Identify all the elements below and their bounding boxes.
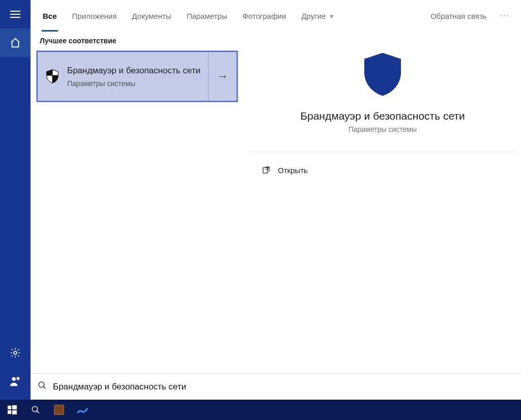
filter-tabs: Все Приложения Документы Параметры Фотог… bbox=[31, 0, 521, 32]
taskbar bbox=[0, 400, 521, 420]
result-subtitle: Параметры системы bbox=[67, 79, 203, 88]
taskbar-app-1[interactable] bbox=[48, 400, 70, 420]
results-pane: Лучшее соответствие bbox=[31, 32, 244, 373]
home-button[interactable] bbox=[0, 29, 31, 57]
svg-point-6 bbox=[39, 382, 44, 387]
account-button[interactable] bbox=[0, 367, 31, 396]
hamburger-icon bbox=[10, 11, 20, 18]
windows-icon bbox=[8, 405, 17, 414]
shield-icon bbox=[38, 69, 67, 84]
feedback-link[interactable]: Обратная связь bbox=[426, 12, 491, 20]
svg-point-0 bbox=[14, 351, 17, 354]
open-label: Открыть bbox=[278, 166, 308, 175]
home-icon bbox=[10, 37, 21, 48]
svg-rect-2 bbox=[17, 377, 20, 380]
best-match-label: Лучшее соответствие bbox=[31, 32, 244, 51]
start-left-bar bbox=[0, 0, 31, 400]
result-expand-button[interactable]: → bbox=[208, 52, 237, 101]
open-action[interactable]: Открыть bbox=[255, 161, 510, 179]
search-bar bbox=[31, 373, 521, 400]
search-icon bbox=[38, 381, 47, 393]
tab-all[interactable]: Все bbox=[38, 0, 62, 32]
person-icon bbox=[10, 376, 21, 387]
tab-apps[interactable]: Приложения bbox=[67, 0, 122, 32]
search-input[interactable] bbox=[53, 380, 514, 394]
svg-line-13 bbox=[37, 411, 39, 413]
chevron-down-icon: ▼ bbox=[329, 13, 334, 19]
result-item-firewall[interactable]: Брандмауэр и безопасность сети Параметры… bbox=[37, 51, 238, 102]
more-options-button[interactable]: ··· bbox=[496, 11, 514, 20]
svg-point-1 bbox=[12, 377, 16, 381]
start-button[interactable] bbox=[1, 400, 23, 420]
taskbar-app-2[interactable] bbox=[71, 400, 94, 420]
tab-photos[interactable]: Фотографии bbox=[238, 0, 292, 32]
svg-point-12 bbox=[32, 406, 38, 412]
settings-button[interactable] bbox=[0, 339, 31, 367]
tab-more-label: Другие bbox=[301, 12, 326, 20]
svg-line-7 bbox=[43, 386, 46, 389]
preview-pane: Брандмауэр и безопасность сети Параметры… bbox=[249, 35, 516, 366]
svg-rect-9 bbox=[12, 405, 17, 409]
main-area: Лучшее соответствие bbox=[31, 32, 521, 373]
gear-icon bbox=[10, 347, 21, 358]
preview-card: Брандмауэр и безопасность сети Параметры… bbox=[249, 35, 516, 152]
expand-menu-button[interactable] bbox=[0, 0, 31, 29]
app-icon bbox=[54, 405, 64, 415]
search-window: Все Приложения Документы Параметры Фотог… bbox=[31, 0, 521, 400]
tab-documents[interactable]: Документы bbox=[127, 0, 176, 32]
tab-settings[interactable]: Параметры bbox=[182, 0, 233, 32]
preview-subtitle: Параметры системы bbox=[259, 125, 506, 133]
tab-more[interactable]: Другие ▼ bbox=[296, 0, 339, 32]
svg-rect-11 bbox=[12, 410, 17, 414]
svg-rect-8 bbox=[8, 406, 11, 409]
preview-actions: Открыть bbox=[249, 152, 516, 188]
svg-rect-5 bbox=[263, 168, 268, 174]
shield-icon bbox=[259, 50, 506, 101]
result-title: Брандмауэр и безопасность сети bbox=[67, 65, 203, 76]
preview-title: Брандмауэр и безопасность сети bbox=[259, 110, 506, 122]
taskbar-search-button[interactable] bbox=[24, 400, 47, 420]
arrow-right-icon: → bbox=[217, 70, 228, 83]
svg-rect-10 bbox=[8, 410, 11, 414]
app-icon bbox=[77, 404, 88, 415]
open-icon bbox=[262, 165, 271, 175]
search-icon bbox=[31, 405, 40, 414]
